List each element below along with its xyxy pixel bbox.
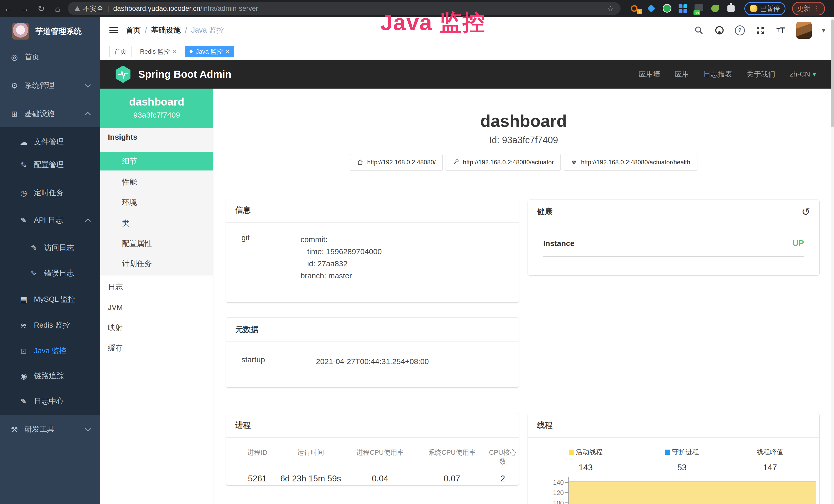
tab-home[interactable]: 首页 bbox=[109, 46, 132, 57]
divider bbox=[241, 290, 503, 290]
app-title: 芋道管理系统 bbox=[36, 26, 82, 37]
edit-icon: ✎ bbox=[19, 160, 29, 169]
url-host: dashboard.yudao.iocoder.cn bbox=[113, 5, 200, 13]
sidebar-toggle-icon[interactable] bbox=[109, 26, 118, 35]
github-icon[interactable] bbox=[714, 25, 725, 36]
health-url-button[interactable]: http://192.168.0.2:48080/actuator/health bbox=[564, 154, 697, 170]
sidebar-item-config-manage[interactable]: ✎ 配置管理 bbox=[0, 158, 100, 172]
sidebar-item-system[interactable]: ⚙ 系统管理 bbox=[0, 78, 100, 93]
sidebar-item-redis-monitor[interactable]: ≋ Redis 监控 bbox=[0, 318, 100, 333]
paused-badge[interactable]: 已暂停 bbox=[744, 2, 786, 15]
search-icon[interactable] bbox=[694, 25, 704, 36]
tools-icon: ⚒ bbox=[9, 425, 20, 434]
breadcrumb-infra[interactable]: 基础设施 bbox=[151, 25, 181, 36]
sba-language-select[interactable]: zh-CN ▾ bbox=[790, 70, 816, 78]
actuator-url-button[interactable]: http://192.168.0.2:48080/actuator bbox=[446, 154, 561, 170]
font-size-icon[interactable]: TT bbox=[776, 25, 786, 36]
bookmark-star-icon[interactable]: ☆ bbox=[607, 4, 614, 13]
sba-nav-about[interactable]: 关于我们 bbox=[747, 69, 775, 79]
forward-icon[interactable]: → bbox=[17, 4, 33, 14]
chevron-up-icon bbox=[85, 219, 91, 224]
extensions-row: 1 on bbox=[631, 4, 736, 13]
sba-item-scheduled-tasks[interactable]: 计划任务 bbox=[100, 256, 213, 271]
monitor-icon: ⊡ bbox=[19, 347, 29, 356]
sidebar-item-scheduled-jobs[interactable]: ◷ 定时任务 bbox=[0, 186, 100, 200]
sidebar-item-infra[interactable]: ⊞ 基础设施 bbox=[0, 107, 100, 121]
sba-brand[interactable]: Spring Boot Admin bbox=[114, 65, 232, 84]
sidebar-item-home[interactable]: ◎ 首页 bbox=[0, 50, 100, 64]
cloud-icon: ☁ bbox=[19, 138, 29, 146]
sidebar-item-dev-tools[interactable]: ⚒ 研发工具 bbox=[0, 422, 100, 436]
sidebar-item-java-monitor[interactable]: ⊡ Java 监控 bbox=[0, 344, 100, 358]
close-icon[interactable]: × bbox=[173, 48, 176, 55]
process-table-values: 5261 6d 23h 15m 59s 0.04 0.07 2 bbox=[236, 474, 519, 483]
avatar-caret-icon[interactable]: ▾ bbox=[822, 26, 825, 35]
browser-home-icon[interactable]: ⌂ bbox=[49, 4, 66, 14]
fullscreen-icon[interactable] bbox=[755, 25, 765, 36]
sba-nav-wallboard[interactable]: 应用墙 bbox=[639, 69, 660, 79]
info-value: commit: time: 1596289704000 id: 27aa832 … bbox=[301, 233, 382, 282]
sba-item-mappings[interactable]: 映射 bbox=[100, 321, 213, 335]
sba-sidebar: dashboard 93a3fc7f7409 Insights 细节 性能 环境… bbox=[100, 89, 214, 504]
browser-menu-icon: ⋮ bbox=[813, 5, 820, 13]
sidebar-item-file-manage[interactable]: ☁ 文件管理 bbox=[0, 135, 100, 149]
tab-redis-monitor[interactable]: Redis 监控 × bbox=[135, 46, 181, 57]
live-threads-value: 143 bbox=[528, 463, 643, 473]
infra-icon: ⊞ bbox=[9, 109, 20, 118]
sba-item-jvm[interactable]: JVM bbox=[100, 300, 213, 315]
sba-nav: 应用墙 应用 日志报表 关于我们 zh-CN ▾ bbox=[639, 69, 834, 79]
app-logo[interactable]: 芋道管理系统 bbox=[12, 23, 82, 40]
history-icon[interactable]: ↺ bbox=[802, 207, 810, 217]
not-secure-warning-icon[interactable]: ! bbox=[74, 6, 80, 11]
threads-area-series bbox=[569, 481, 816, 504]
close-icon[interactable]: × bbox=[226, 48, 229, 55]
back-icon[interactable]: ← bbox=[0, 4, 17, 14]
update-button[interactable]: 更新 ⋮ bbox=[792, 2, 825, 16]
scrollbar-thumb[interactable] bbox=[831, 20, 834, 127]
metadata-key: startup bbox=[241, 356, 316, 367]
info-card: 信息 git commit: time: 1596289704000 id: 2… bbox=[226, 198, 519, 302]
divider bbox=[543, 256, 804, 257]
service-url-button[interactable]: http://192.168.0.2:48080/ bbox=[350, 154, 443, 170]
extension-leaf-icon[interactable] bbox=[710, 4, 720, 13]
dashboard-icon: ◎ bbox=[9, 53, 20, 62]
sba-item-logs[interactable]: 日志 bbox=[100, 280, 213, 294]
extension-grid-icon[interactable] bbox=[679, 4, 688, 13]
extension-pin-icon[interactable] bbox=[647, 4, 656, 13]
sba-nav-applications[interactable]: 应用 bbox=[675, 69, 689, 79]
sba-item-metrics[interactable]: 性能 bbox=[100, 175, 213, 189]
sba-item-classes[interactable]: 类 bbox=[100, 216, 213, 231]
sba-brand-title: Spring Boot Admin bbox=[138, 69, 232, 80]
user-avatar[interactable] bbox=[796, 22, 812, 39]
address-bar[interactable]: ! 不安全 | dashboard.yudao.iocoder.cn /infr… bbox=[68, 2, 620, 15]
sba-instance-header[interactable]: dashboard 93a3fc7f7409 bbox=[100, 89, 213, 129]
status-badge: UP bbox=[793, 238, 804, 248]
breadcrumb-home[interactable]: 首页 bbox=[126, 25, 141, 36]
extension-green-icon[interactable] bbox=[663, 4, 672, 13]
sidebar-item-error-log[interactable]: ✎ 错误日志 bbox=[0, 266, 100, 280]
sba-nav-journal[interactable]: 日志报表 bbox=[704, 69, 732, 79]
url-divider: | bbox=[107, 5, 109, 13]
extension-dark-icon[interactable]: on bbox=[695, 4, 704, 13]
extensions-puzzle-icon[interactable] bbox=[726, 4, 736, 13]
sidebar-item-api-log[interactable]: ✎ API 日志 bbox=[0, 213, 100, 228]
sba-item-details[interactable]: 细节 bbox=[100, 152, 213, 170]
app-sidebar: 芋道管理系统 ◎ 首页 ⚙ 系统管理 ⊞ 基础设施 ☁ 文件管理 ✎ 配置管理 … bbox=[0, 17, 100, 504]
y-axis-tick: 100 bbox=[528, 499, 564, 504]
reload-icon[interactable]: ↻ bbox=[33, 3, 49, 14]
tab-java-monitor[interactable]: Java 监控 × bbox=[185, 46, 234, 57]
help-icon[interactable]: ? bbox=[735, 25, 745, 36]
sidebar-item-access-log[interactable]: ✎ 访问日志 bbox=[0, 240, 100, 255]
sidebar-item-tracing[interactable]: ◉ 链路追踪 bbox=[0, 369, 100, 383]
instance-name: dashboard bbox=[100, 96, 213, 108]
sidebar-item-log-center[interactable]: ✎ 日志中心 bbox=[0, 394, 100, 409]
extension-orange-icon[interactable]: 1 bbox=[631, 4, 640, 13]
scrollbar[interactable] bbox=[831, 17, 834, 504]
insights-group-label: Insights bbox=[108, 133, 137, 141]
sba-item-caches[interactable]: 缓存 bbox=[100, 341, 213, 356]
process-cpu-value: 0.04 bbox=[343, 474, 417, 483]
sba-item-environment[interactable]: 环境 bbox=[100, 196, 213, 210]
wrench-icon bbox=[453, 159, 459, 166]
sidebar-item-mysql-monitor[interactable]: ▤ MySQL 监控 bbox=[0, 292, 100, 306]
sba-item-config-props[interactable]: 配置属性 bbox=[100, 236, 213, 251]
